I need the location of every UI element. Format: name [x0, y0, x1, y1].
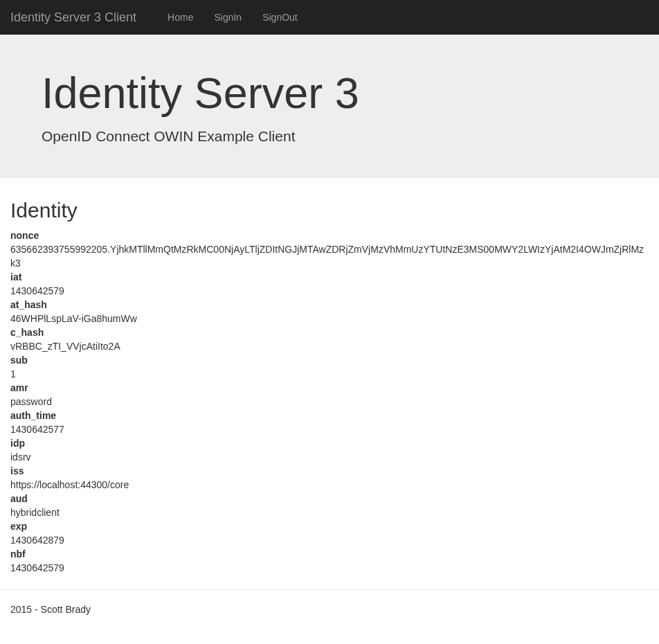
claim-key: aud	[10, 492, 649, 506]
divider	[0, 589, 659, 590]
claim-value: 1430642577	[10, 423, 649, 437]
claim-value: 1	[10, 368, 649, 382]
claim-key: auth_time	[10, 409, 649, 423]
claim-key: iss	[10, 465, 649, 478]
claim-value: 635662393755992205.YjhkMTllMmQtMzRkMC00N…	[10, 243, 649, 271]
nav-link-home[interactable]: Home	[157, 0, 204, 35]
claim-key: nbf	[10, 548, 649, 562]
jumbotron: Identity Server 3 OpenID Connect OWIN Ex…	[0, 35, 659, 178]
nav-link-signin[interactable]: SignIn	[204, 0, 252, 35]
navbar: Identity Server 3 Client Home SignIn Sig…	[0, 0, 659, 35]
claim-key: amr	[10, 382, 649, 395]
claim-key: exp	[10, 520, 649, 534]
identity-heading: Identity	[10, 199, 649, 222]
claim-value: password	[10, 395, 649, 409]
claim-value: 1430642579	[10, 285, 649, 298]
claim-value: https://localhost:44300/core	[10, 478, 649, 492]
claim-value: 1430642579	[10, 562, 649, 575]
claims-list: nonce635662393755992205.YjhkMTllMmQtMzRk…	[10, 229, 649, 575]
navbar-brand[interactable]: Identity Server 3 Client	[10, 0, 147, 35]
claim-value: 1430642879	[10, 534, 649, 548]
navbar-nav: Home SignIn SignOut	[157, 0, 308, 35]
main-content: Identity nonce635662393755992205.YjhkMTl…	[0, 199, 659, 575]
claim-key: at_hash	[10, 298, 649, 312]
claim-value: 46WHPlLspLaV-iGa8humWw	[10, 312, 649, 326]
claim-value: idsrv	[10, 451, 649, 465]
claim-key: sub	[10, 354, 649, 368]
claim-key: iat	[10, 271, 649, 285]
claim-value: vRBBC_zTI_VVjcAtiIto2A	[10, 340, 649, 354]
nav-link-signout[interactable]: SignOut	[252, 0, 308, 35]
page-title: Identity Server 3	[42, 68, 617, 118]
claim-key: c_hash	[10, 326, 649, 340]
footer: 2015 - Scott Brady	[0, 604, 659, 629]
footer-text: 2015 - Scott Brady	[10, 604, 649, 615]
claim-key: idp	[10, 437, 649, 451]
claim-key: nonce	[10, 229, 649, 243]
claim-value: hybridclient	[10, 506, 649, 520]
page-subtitle: OpenID Connect OWIN Example Client	[42, 128, 617, 145]
